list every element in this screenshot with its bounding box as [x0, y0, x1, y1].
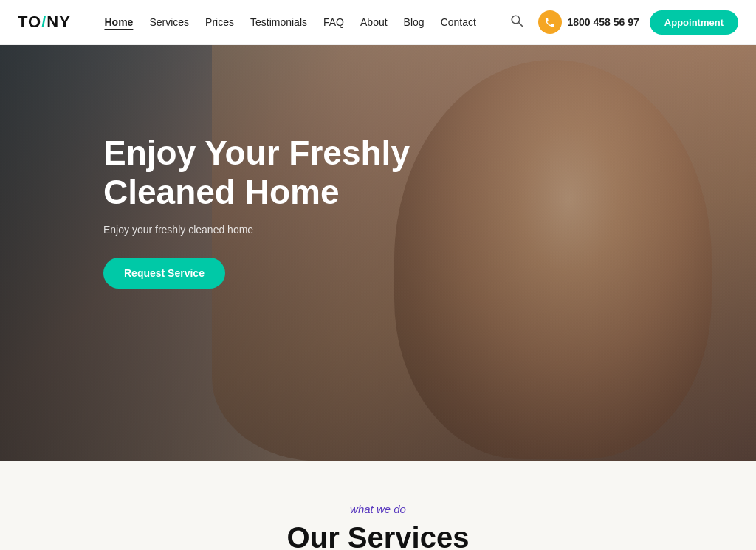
nav-link-contact[interactable]: Contact [441, 16, 476, 28]
nav-item-testimonials[interactable]: Testimonials [250, 16, 307, 29]
phone-wrap: 1800 458 56 97 [538, 10, 639, 34]
appointment-button[interactable]: Appointment [650, 10, 738, 35]
hero-title: Enjoy Your Freshly Cleaned Home [103, 134, 443, 212]
nav-links: Home Services Prices Testimonials FAQ Ab… [104, 16, 475, 29]
nav-item-faq[interactable]: FAQ [323, 16, 344, 29]
nav-item-about[interactable]: About [360, 16, 388, 29]
nav-item-home[interactable]: Home [104, 16, 133, 29]
nav-item-prices[interactable]: Prices [205, 16, 234, 29]
hero-section: Enjoy Your Freshly Cleaned Home Enjoy yo… [0, 45, 756, 461]
hero-subtitle: Enjoy your freshly cleaned home [103, 224, 756, 236]
nav-link-about[interactable]: About [360, 16, 388, 28]
phone-number: 1800 458 56 97 [568, 16, 639, 28]
nav-item-services[interactable]: Services [149, 16, 189, 29]
hero-content: Enjoy Your Freshly Cleaned Home Enjoy yo… [0, 45, 756, 289]
nav-link-services[interactable]: Services [149, 16, 189, 28]
nav-item-blog[interactable]: Blog [404, 16, 425, 29]
logo-text-2: NY [47, 13, 71, 31]
services-title: Our Services [0, 521, 756, 550]
nav-right: 1800 458 56 97 Appointment [510, 10, 738, 35]
phone-icon [538, 10, 562, 34]
logo[interactable]: TO/NY [18, 13, 71, 32]
svg-line-1 [518, 23, 522, 27]
nav-link-faq[interactable]: FAQ [323, 16, 344, 28]
search-icon[interactable] [510, 14, 523, 30]
nav-link-prices[interactable]: Prices [205, 16, 234, 28]
navbar: TO/NY Home Services Prices Testimonials … [0, 0, 756, 45]
services-label: what we do [0, 503, 756, 515]
nav-item-contact[interactable]: Contact [441, 16, 476, 29]
services-section: what we do Our Services [0, 461, 756, 550]
request-service-button[interactable]: Request Service [103, 258, 225, 289]
logo-text-1: TO [18, 13, 41, 31]
nav-link-home[interactable]: Home [104, 16, 133, 28]
nav-link-testimonials[interactable]: Testimonials [250, 16, 307, 28]
nav-link-blog[interactable]: Blog [404, 16, 425, 28]
